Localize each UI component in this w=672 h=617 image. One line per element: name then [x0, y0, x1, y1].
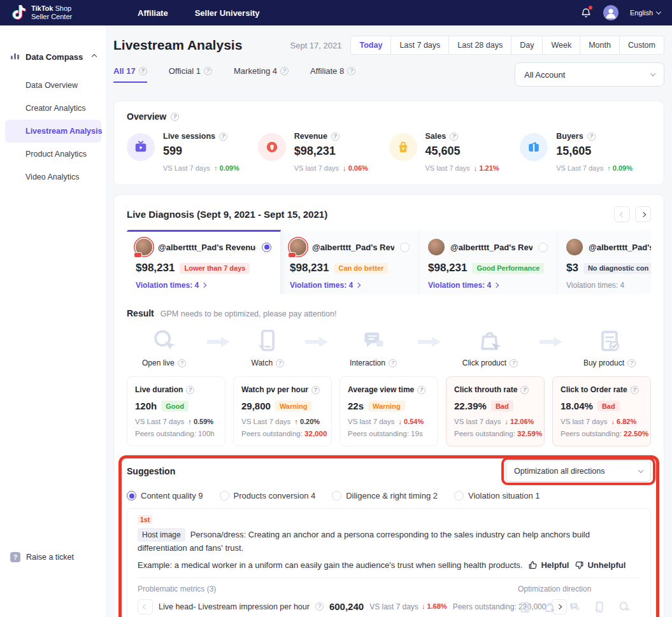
violation-times-link[interactable]: Violation times: 4: [136, 281, 271, 290]
help-icon[interactable]: [280, 67, 289, 75]
language-selector[interactable]: English: [630, 9, 661, 17]
range-last-28-days[interactable]: Last 28 days: [448, 36, 511, 55]
chevron-up-icon: [92, 54, 97, 59]
help-icon[interactable]: [347, 67, 355, 75]
sidebar-item-data-overview[interactable]: Data Overview: [0, 74, 106, 97]
diagnosis-card-2[interactable]: @albertttt_Pad's Revenue $98,231 Can do …: [281, 230, 419, 294]
tiktok-shop-logo[interactable]: TikTok Shop Seller Center: [11, 4, 107, 22]
account-radio[interactable]: [538, 243, 548, 252]
live-badge-icon: [134, 252, 142, 258]
range-today[interactable]: Today: [350, 36, 391, 55]
help-icon[interactable]: [178, 359, 186, 367]
metric-label: Live sessions: [163, 132, 215, 141]
range-last-7-days[interactable]: Last 7 days: [390, 36, 449, 55]
radio-diligence-timing[interactable]: Diligence & right timing 2: [332, 491, 438, 500]
help-icon[interactable]: [139, 67, 147, 75]
violation-label: Violation times: 4: [428, 281, 491, 290]
carousel-prev-button[interactable]: [614, 206, 630, 222]
sidebar-section-label: Data Compass: [25, 52, 83, 62]
range-month[interactable]: Month: [580, 36, 620, 55]
tab-affiliate[interactable]: Affiliate 8: [310, 66, 355, 83]
nav-link-seller-university[interactable]: Seller University: [195, 8, 260, 18]
tab-marketing[interactable]: Marketing 4: [234, 66, 289, 83]
violation-times-link[interactable]: Violation times: 4: [290, 281, 410, 290]
metric-label: Click to Order rate: [561, 385, 627, 394]
metric-value: 45,605: [425, 145, 499, 158]
help-icon[interactable]: [631, 386, 639, 394]
user-avatar[interactable]: [603, 5, 618, 20]
help-icon[interactable]: [311, 386, 320, 394]
account-filter-select[interactable]: All Account: [515, 62, 664, 87]
delta-up: 0.09%: [214, 164, 239, 172]
range-week[interactable]: Week: [542, 36, 580, 55]
funnel-label: Buy product: [583, 358, 624, 367]
metric-card-click-through-rate: Click throuth rate 22.39%Bad VS last 7 d…: [446, 376, 545, 446]
help-icon[interactable]: [204, 67, 212, 75]
bar-chart-icon: [10, 51, 20, 62]
help-icon[interactable]: [315, 602, 324, 611]
violation-label: Violation times: 4: [136, 281, 199, 290]
optimization-direction-select[interactable]: Optimization all directions: [506, 460, 651, 482]
range-custom[interactable]: Custom: [619, 36, 664, 55]
account-tabs: All 17 Official 1 Marketing 4 Affiliate …: [113, 66, 355, 83]
account-radio[interactable]: [262, 243, 271, 252]
metrics-prev-button[interactable]: [138, 599, 153, 614]
help-icon[interactable]: [417, 386, 425, 394]
metric-label: Click throuth rate: [454, 385, 517, 394]
sidebar-section-data-compass[interactable]: Data Compass: [0, 51, 106, 62]
radio-products-conversion[interactable]: Products conversion 4: [220, 491, 316, 500]
metric-value: $98,231: [294, 145, 368, 158]
delta-down: 12.06%: [505, 418, 534, 425]
metric-label: Sales: [425, 132, 447, 141]
help-icon[interactable]: [276, 359, 284, 367]
violation-times-link[interactable]: Violation times: 4: [428, 281, 548, 290]
help-icon[interactable]: [587, 132, 596, 141]
account-name: @albertttt_Pad's: [589, 243, 651, 252]
tab-all[interactable]: All 17: [113, 66, 147, 83]
current-date: Sept 17, 2021: [290, 41, 342, 50]
help-icon[interactable]: [450, 132, 458, 141]
sidebar-item-creator-analytics[interactable]: Creator Analytics: [0, 97, 106, 120]
rank-badge: 1st: [138, 515, 152, 524]
click-product-icon: [476, 327, 504, 355]
status-badge: Lower than 7 days: [180, 263, 250, 274]
range-day[interactable]: Day: [511, 36, 543, 55]
suggestion-title: Suggestion: [127, 466, 175, 476]
help-icon[interactable]: [627, 359, 636, 367]
help-icon[interactable]: [186, 386, 194, 394]
compare-label: VS last 7 days: [561, 418, 608, 425]
account-radio[interactable]: [400, 243, 410, 252]
helpful-button[interactable]: Helpful: [528, 560, 569, 570]
help-icon[interactable]: [331, 132, 340, 141]
sidebar-item-livestream-analysis[interactable]: Livestream Analysis: [5, 120, 101, 143]
metric-value: 29,800: [241, 401, 271, 411]
revenue-value: $3: [566, 262, 578, 274]
notification-bell-icon[interactable]: [580, 7, 592, 18]
tab-marketing-label: Marketing 4: [234, 66, 277, 76]
nav-link-affiliate[interactable]: Affiliate: [138, 8, 168, 18]
help-icon[interactable]: [219, 132, 227, 141]
peers-value: 100h: [198, 430, 215, 437]
peers-value: 32,000: [304, 430, 327, 437]
arrow-right-icon: [207, 337, 230, 347]
carousel-next-button[interactable]: [635, 206, 651, 222]
help-icon[interactable]: [171, 113, 179, 121]
main-content: Livestream Analysis Sept 17, 2021 Today …: [107, 25, 672, 617]
suggestion-filter-radios: Content quality 9 Products conversion 4 …: [127, 491, 651, 500]
sidebar-item-video-analytics[interactable]: Video Analytics: [0, 166, 106, 188]
unhelpful-button[interactable]: Unhelpful: [575, 560, 626, 570]
chevron-down-icon: [656, 9, 661, 14]
radio-violation-situation[interactable]: Violation situation 1: [454, 491, 540, 500]
help-icon[interactable]: [510, 359, 518, 367]
diagnosis-card-4[interactable]: @albertttt_Pad's $3 No diagnostic con Vi…: [557, 230, 651, 294]
tab-official[interactable]: Official 1: [169, 66, 212, 83]
radio-content-quality[interactable]: Content quality 9: [127, 491, 203, 500]
help-icon[interactable]: [389, 359, 397, 367]
delta-down: 1.68%: [422, 602, 447, 611]
raise-a-ticket-button[interactable]: Raise a ticket: [0, 552, 106, 562]
diagnosis-card-1[interactable]: @albertttt_Pad's Revenue $98,231 Lower t…: [127, 230, 281, 294]
sidebar-item-product-analytics[interactable]: Product Analytics: [0, 143, 106, 166]
compare-label: VS Last 7 days: [241, 418, 290, 425]
diagnosis-card-3[interactable]: @albertttt_Pad's Revenue $98,231 Good Pe…: [419, 230, 557, 294]
help-icon[interactable]: [520, 386, 529, 394]
